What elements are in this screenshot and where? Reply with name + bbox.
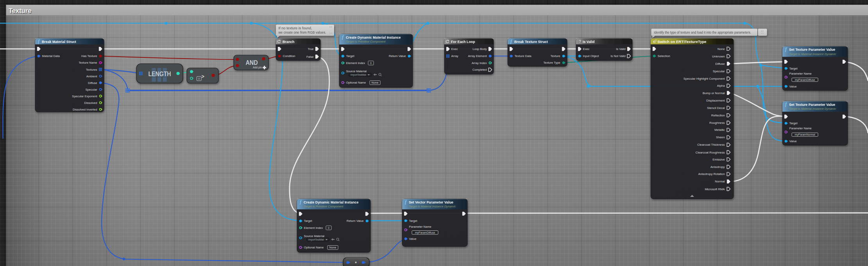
svg-text:Switch on ERTITextureType: Switch on ERTITextureType xyxy=(657,39,706,44)
svg-text:Set Texture Parameter Value: Set Texture Parameter Value xyxy=(789,103,835,107)
svg-text:True: True xyxy=(308,47,313,51)
svg-text:Is Not Valid: Is Not Valid xyxy=(610,54,625,58)
svg-text:Roughness: Roughness xyxy=(709,121,725,125)
svg-text:Target is Material Instance Dy: Target is Material Instance Dynamic xyxy=(789,52,836,56)
svg-text:Value: Value xyxy=(409,237,417,241)
svg-text:Value: Value xyxy=(789,85,797,88)
svg-text:AND: AND xyxy=(246,59,258,66)
svg-text:Create Dynamic Material Instan: Create Dynamic Material Instance xyxy=(346,36,401,39)
svg-text:Target is Primitive Component: Target is Primitive Component xyxy=(304,205,344,208)
svg-text:Specular Exponent: Specular Exponent xyxy=(72,95,97,98)
svg-text:Parameter Name: Parameter Name xyxy=(409,225,431,229)
svg-text:Target is Material Instance Dy: Target is Material Instance Dynamic xyxy=(409,205,456,208)
svg-text:myParamDiffuse: myParamDiffuse xyxy=(415,231,435,234)
svg-text:Branch: Branch xyxy=(283,40,294,44)
svg-text:Dissolved Inverted: Dissolved Inverted xyxy=(73,108,97,111)
svg-text:Target: Target xyxy=(346,54,355,58)
svg-text:Return Value: Return Value xyxy=(389,54,406,58)
svg-text:Clearcoat Roughness: Clearcoat Roughness xyxy=(696,151,725,154)
svg-text:>: > xyxy=(202,74,204,79)
svg-text:Specular: Specular xyxy=(86,88,97,91)
svg-text:Input Object: Input Object xyxy=(583,54,600,58)
svg-text:Exec: Exec xyxy=(451,47,458,51)
svg-text:Normal: Normal xyxy=(715,180,725,183)
svg-text:importTestMat: importTestMat xyxy=(308,238,324,241)
svg-text:Identify the type of texture a: Identify the type of texture and load it… xyxy=(654,30,751,34)
svg-text:Ambient: Ambient xyxy=(86,75,98,78)
svg-text:Value: Value xyxy=(789,139,797,143)
svg-text:Emissive: Emissive xyxy=(712,158,725,161)
svg-text:0: 0 xyxy=(370,62,372,64)
svg-text:Exec: Exec xyxy=(583,47,590,51)
svg-text:Optional Name: Optional Name xyxy=(346,81,366,84)
svg-text:Has Texture: Has Texture xyxy=(81,54,97,58)
svg-text:False: False xyxy=(306,55,314,59)
svg-text:Specular Highlight Component: Specular Highlight Component xyxy=(684,77,725,80)
svg-text:Return Value: Return Value xyxy=(347,219,364,223)
svg-text:Element Index: Element Index xyxy=(346,61,365,65)
svg-text:Diffuse: Diffuse xyxy=(88,81,97,85)
svg-text:Target is Primitive Component: Target is Primitive Component xyxy=(346,40,386,43)
svg-text:Target is Material Instance Dy: Target is Material Instance Dynamic xyxy=(789,107,836,111)
svg-text:Clearcoat Thickness: Clearcoat Thickness xyxy=(697,143,725,146)
svg-text:importTestMat: importTestMat xyxy=(351,73,366,77)
svg-text:Optional Name: Optional Name xyxy=(304,246,324,249)
svg-text:Material Data: Material Data xyxy=(42,54,60,58)
svg-text:None: None xyxy=(718,47,725,51)
svg-text:Target: Target xyxy=(789,67,798,70)
svg-text:?: ? xyxy=(579,39,581,44)
svg-text:Displacement: Displacement xyxy=(706,99,725,102)
svg-text:Parameter Name: Parameter Name xyxy=(789,72,812,75)
svg-text:Bump or Normal: Bump or Normal xyxy=(703,91,725,95)
svg-text:Є: Є xyxy=(653,39,656,44)
svg-text:Loop Body: Loop Body xyxy=(472,47,487,51)
svg-text:If no texture is found,: If no texture is found, xyxy=(279,26,312,30)
svg-text:Texture Type: Texture Type xyxy=(543,61,560,64)
svg-text:Alpha: Alpha xyxy=(717,84,725,87)
svg-text:Array Element: Array Element xyxy=(468,54,487,58)
svg-text:we create one from RGB values.: we create one from RGB values. xyxy=(278,30,326,34)
svg-text:0: 0 xyxy=(198,77,200,80)
svg-text:Dissolved: Dissolved xyxy=(84,101,97,105)
svg-text:Texture Data: Texture Data xyxy=(515,54,532,58)
svg-text:Metallic: Metallic xyxy=(714,128,725,132)
svg-text:Diffuse: Diffuse xyxy=(715,62,725,66)
svg-text:Is Valid: Is Valid xyxy=(616,47,625,51)
svg-text:Array: Array xyxy=(451,54,458,58)
svg-text:Target: Target xyxy=(304,219,313,223)
svg-text:Texture Name: Texture Name xyxy=(79,61,97,64)
svg-text:Target: Target xyxy=(789,121,798,125)
svg-text:0: 0 xyxy=(328,227,329,229)
svg-text:None: None xyxy=(329,246,336,249)
svg-text:Is Valid: Is Valid xyxy=(583,40,594,44)
svg-text:Parameter Name: Parameter Name xyxy=(789,127,812,130)
svg-text:Source Material: Source Material xyxy=(304,234,325,238)
svg-text:Completed: Completed xyxy=(472,68,487,71)
svg-text:myParamDiffuse: myParamDiffuse xyxy=(795,79,815,82)
svg-text:Set Vector Parameter Value: Set Vector Parameter Value xyxy=(409,200,453,204)
svg-text:Condition: Condition xyxy=(283,54,295,58)
svg-text:Set Texture Parameter Value: Set Texture Parameter Value xyxy=(789,48,835,52)
svg-text:Element Index: Element Index xyxy=(304,226,323,230)
svg-text:Reflection: Reflection xyxy=(711,114,725,117)
svg-text:Array Index: Array Index xyxy=(472,61,487,65)
svg-text:Textures: Textures xyxy=(86,68,97,71)
svg-text:LENGTH: LENGTH xyxy=(149,70,171,77)
svg-text:None: None xyxy=(372,81,379,84)
svg-text:Texture: Texture xyxy=(551,54,560,58)
svg-text:Add pin: Add pin xyxy=(253,66,262,69)
svg-text:For Each Loop: For Each Loop xyxy=(451,40,475,44)
svg-text:myParamNormal: myParamNormal xyxy=(795,133,815,136)
svg-text:Break Texture Struct: Break Texture Struct xyxy=(514,40,548,44)
svg-text:Anisotropy: Anisotropy xyxy=(711,165,725,169)
svg-text:Selection: Selection xyxy=(658,54,670,58)
svg-text:Sheen: Sheen xyxy=(716,136,725,139)
svg-text:Anisotropy Rotation: Anisotropy Rotation xyxy=(698,172,725,176)
svg-text:Unknown: Unknown xyxy=(712,55,725,58)
svg-text:Break Material Struct: Break Material Struct xyxy=(42,40,76,44)
svg-text:Target: Target xyxy=(409,219,418,223)
svg-text:Source Material: Source Material xyxy=(346,70,367,73)
svg-text:Microsoft RMA: Microsoft RMA xyxy=(705,187,725,191)
svg-text:Stencil Decal: Stencil Decal xyxy=(707,106,725,110)
svg-text:Specular: Specular xyxy=(713,70,725,73)
